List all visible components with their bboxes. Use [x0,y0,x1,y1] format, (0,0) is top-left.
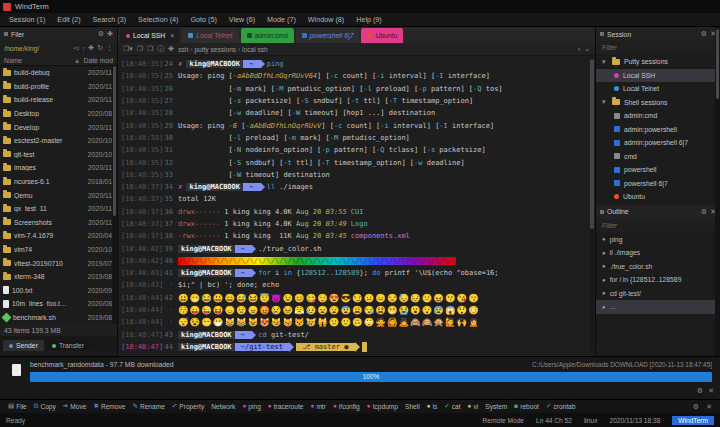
menu-item[interactable]: Selection (4) [133,14,183,25]
session-item[interactable]: admin:powershell 6|7 [596,136,720,150]
session-item[interactable]: admin:powershell [596,123,720,137]
terminal-scrollbar[interactable] [590,57,594,351]
menu-item[interactable]: Mode (7) [262,14,301,25]
terminal-lines[interactable]: [18:48:35]24✗ king@MACBOOK ~ ping[18:48:… [118,56,595,353]
transfer-gear-icon[interactable]: ⚙ [697,387,703,395]
filer-add-icon[interactable]: ✚ [107,30,113,38]
toolbar-ifconfig[interactable]: ●ifconfig [333,403,360,410]
sidebar-scrollbar[interactable] [715,27,720,356]
toolbar-property[interactable]: ✓Property [172,403,204,410]
file-row[interactable]: vim-7.4.16792020/04/ [0,229,117,243]
session-tab[interactable]: Ubuntu [361,28,403,43]
toolbar-ping[interactable]: ●ping [242,403,260,410]
filer-new-icon[interactable]: ✚ [88,44,94,52]
toolbar-traceroute[interactable]: ●traceroute [268,403,304,410]
outline-gear-icon[interactable]: ⚙ [701,208,707,216]
filer-more-icon[interactable]: ⋮ [106,44,113,52]
session-group[interactable]: ▾Shell sessions [596,96,720,110]
menu-item[interactable]: Search (3) [88,14,132,25]
toolbar-move[interactable]: ➔Move [63,403,87,410]
filer-up-icon[interactable]: ↑ [82,45,86,52]
breadcrumb-item[interactable]: local ssh [242,46,268,53]
menu-item[interactable]: Session (1) [4,14,50,25]
filer-back-icon[interactable]: ◅ [73,44,78,52]
file-row[interactable]: Develop2020/11/ [0,120,117,134]
toolbar-network[interactable]: Network [211,403,235,410]
session-item[interactable]: admin:cmd [596,109,720,123]
toolbar-remove[interactable]: ✖Remove [93,403,125,410]
file-row[interactable]: ncurses-6.12018/01/ [0,175,117,189]
toolbar-ls[interactable]: ●ls [427,403,438,410]
file-row[interactable]: Qemu2020/11/ [0,188,117,202]
bottom-tab-transfer[interactable]: Transfer [46,340,90,351]
status-app-chip[interactable]: WindTerm [672,416,714,425]
file-row[interactable]: vttest-201907102019/07/ [0,256,117,270]
session-item[interactable]: Local SSH [596,69,720,83]
column-date-modified[interactable]: Date mod [84,57,113,64]
toolbar-rename[interactable]: ✎Rename [132,403,164,410]
file-row[interactable]: Desktop2020/08/ [0,107,117,121]
toolbar-vi[interactable]: ●vi [468,403,479,410]
filer-refresh-icon[interactable]: ↻ [97,44,103,52]
file-row[interactable]: 100.txt2020/09/ [0,284,117,298]
filer-scrollbar[interactable] [112,66,117,324]
file-row[interactable]: 10m_lines_foo.t…2020/08/ [0,297,117,311]
toolbar-tcpdump[interactable]: ●tcpdump [367,403,398,410]
file-row[interactable]: build-release2020/11/ [0,93,117,107]
session-tab[interactable]: Local Telnet [182,28,238,43]
breadcrumb-next-icon[interactable]: › [578,46,580,53]
filer-gear-icon[interactable]: ⚙ [98,30,104,38]
session-filter-input[interactable]: Filter [596,41,720,54]
menu-item[interactable]: Help (9) [351,14,387,25]
toolbar-reboot[interactable]: ■reboot [514,403,539,410]
session-item[interactable]: Ubuntu [596,190,720,204]
filer-column-header[interactable]: Name ▲ Date mod [0,55,117,66]
outline-item[interactable]: ●ll ./images [596,246,720,260]
file-row[interactable]: esctest2-master2020/10/ [0,134,117,148]
pane2-icon[interactable]: ❐ [147,45,153,53]
file-row[interactable]: build-profile2020/11/ [0,80,117,94]
session-item[interactable]: cmd [596,150,720,164]
transfer-close-icon[interactable]: ✕ [708,387,714,395]
split-view-icon[interactable]: ❐▾ [123,45,133,53]
session-tab[interactable]: powershell 6|7 [296,28,360,43]
file-row[interactable]: qx_test_112020/11/ [0,202,117,216]
outline-item[interactable]: ●cd git-test/ [596,287,720,301]
toolbar-copy[interactable]: ⧉Copy [34,403,56,410]
toolbar-close-icon[interactable]: ✕ [706,403,712,411]
column-name[interactable]: Name [4,57,74,64]
toolbar-mtr[interactable]: ●mtr [310,403,325,410]
outline-item[interactable]: ●ping [596,233,720,247]
file-row[interactable]: vim742020/10/ [0,243,117,257]
outline-item[interactable]: ●./true_color.sh [596,260,720,274]
filer-path[interactable]: /home/king/ [4,45,39,52]
outline-item[interactable]: ●for i in {128512..128589 [596,273,720,287]
session-tab[interactable]: admin:cmd [241,28,294,43]
file-row[interactable]: Screenshots2020/11/ [0,216,117,230]
toolbar-system[interactable]: System [485,403,507,410]
menu-item[interactable]: View (6) [224,14,260,25]
session-gear-icon[interactable]: ⚙ [701,30,707,38]
tab-close-icon[interactable]: × [170,32,174,39]
session-item[interactable]: powershell 6|7 [596,177,720,191]
breadcrumb-item[interactable]: putty sessions [194,46,236,53]
menu-item[interactable]: Edit (2) [52,14,85,25]
outline-filter-input[interactable]: Filter [596,219,720,232]
breadcrumb-add-icon[interactable]: ✚ [168,45,174,53]
bottom-tab-sender[interactable]: Sender [3,340,44,351]
breadcrumb-item[interactable]: ssh [178,46,188,53]
outline-item[interactable]: ●... [596,300,720,314]
pane-icon[interactable]: ❐ [137,45,143,53]
toolbar-shell[interactable]: Shell [405,403,420,410]
menu-item[interactable]: Window (8) [303,14,349,25]
file-row[interactable]: xterm-3482019/08/ [0,270,117,284]
menu-item[interactable]: Goto (5) [185,14,221,25]
session-item[interactable]: powershell [596,163,720,177]
file-row[interactable]: build-debug2020/11/ [0,66,117,80]
toolbar-gear-icon[interactable]: ⚙ [693,403,699,411]
session-tab[interactable]: Local SSH× [120,28,180,43]
breadcrumb-expand-icon[interactable]: ⌄ [584,45,590,53]
toolbar-cat[interactable]: ✓cat [444,403,460,410]
file-row[interactable]: git-test2020/10/ [0,148,117,162]
session-group[interactable]: ▾Putty sessions [596,55,720,69]
